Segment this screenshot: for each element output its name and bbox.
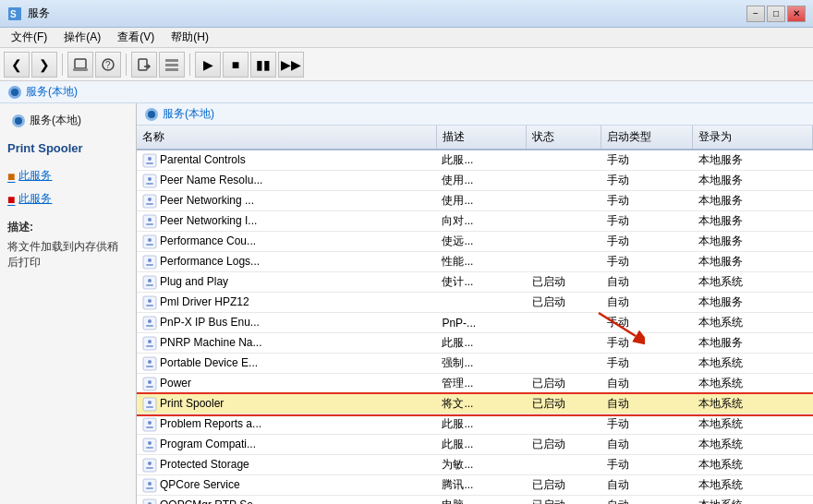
menu-bar: 文件(F) 操作(A) 查看(V) 帮助(H) (0, 28, 813, 48)
service-startup-cell: 自动 (601, 496, 693, 505)
service-desc-cell: 此服... (436, 435, 526, 455)
menu-file[interactable]: 文件(F) (4, 28, 55, 47)
services-table-container[interactable]: 名称 描述 状态 启动类型 登录为 Parental Controls此服...… (137, 126, 813, 504)
action-icon-2: ■ (7, 192, 15, 207)
svg-rect-51 (146, 366, 153, 367)
service-icon (142, 234, 157, 249)
toolbar: ❮ ❯ ? ▶ ■ ▮▮ ▶▶ (0, 48, 813, 81)
table-row[interactable]: Portable Device E...强制...手动本地系统 (137, 354, 813, 374)
right-panel: 服务(本地) 名称 描述 (137, 103, 813, 504)
nav-services-local[interactable]: 服务(本地) (7, 111, 128, 130)
export-button[interactable] (131, 52, 157, 78)
window-controls[interactable]: − □ ✕ (746, 6, 806, 22)
col-header-status[interactable]: 状态 (527, 126, 601, 150)
svg-point-41 (148, 299, 152, 303)
pause-button[interactable]: ▮▮ (250, 52, 276, 78)
toolbar-separator-1 (62, 54, 63, 76)
service-login-cell: 本地系统 (693, 394, 813, 414)
restart-button[interactable]: ▶▶ (278, 52, 304, 78)
svg-rect-21 (146, 162, 153, 164)
table-row[interactable]: Problem Reports a...此服...手动本地系统 (137, 414, 813, 435)
forward-button[interactable]: ❯ (31, 52, 57, 78)
play-button[interactable]: ▶ (195, 52, 221, 78)
col-header-login[interactable]: 登录为 (693, 126, 813, 150)
service-desc-cell: 使远... (436, 232, 526, 252)
toolbar-separator-3 (189, 54, 190, 76)
service-name-cell: Problem Reports a... (137, 414, 436, 435)
table-row[interactable]: Print Spooler将文...已启动自动本地系统 (137, 394, 813, 414)
service-status-cell: 已启动 (527, 272, 601, 293)
action-link-1[interactable]: ■ 此服务 (7, 166, 128, 186)
breadcrumb-text[interactable]: 服务(本地) (26, 84, 78, 100)
close-button[interactable]: ✕ (787, 6, 806, 22)
service-login-cell: 本地服务 (693, 293, 813, 313)
back-button[interactable]: ❮ (4, 52, 30, 78)
service-name-cell: QQPCMgr RTP Se... (137, 496, 436, 505)
service-icon (142, 397, 157, 412)
service-status-cell (527, 313, 601, 333)
table-row[interactable]: QQPCMgr RTP Se...电脑...已启动自动本地系统 (137, 496, 813, 505)
service-startup-cell: 手动 (601, 232, 693, 252)
svg-point-38 (148, 279, 152, 282)
service-icon (142, 194, 157, 209)
service-icon (142, 498, 157, 505)
svg-point-65 (148, 462, 152, 465)
table-row[interactable]: Peer Networking I...向对...手动本地服务 (137, 211, 813, 232)
panel-desc-title: 描述: (7, 220, 128, 235)
svg-rect-63 (146, 447, 153, 449)
service-status-cell (527, 171, 601, 191)
action-label-2: 此服务 (18, 191, 52, 207)
service-name-cell: Performance Logs... (137, 252, 436, 272)
service-status-cell (527, 150, 601, 171)
table-row[interactable]: Peer Name Resolu...使用...手动本地服务 (137, 171, 813, 191)
service-startup-cell: 手动 (601, 354, 693, 374)
service-desc-cell: 此服... (436, 414, 526, 435)
svg-point-14 (15, 117, 22, 125)
services-header-icon (144, 107, 159, 122)
service-name-cell: PNRP Machine Na... (137, 333, 436, 354)
menu-action[interactable]: 操作(A) (56, 28, 108, 47)
service-startup-cell: 自动 (601, 293, 693, 313)
service-startup-cell: 自动 (601, 374, 693, 394)
svg-point-56 (148, 401, 152, 404)
stop-button[interactable]: ■ (223, 52, 249, 78)
table-row[interactable]: Performance Logs...性能...手动本地服务 (137, 252, 813, 272)
table-row[interactable]: Program Compati...此服...已启动自动本地系统 (137, 435, 813, 455)
menu-help[interactable]: 帮助(H) (164, 28, 216, 47)
show-button[interactable]: ? (95, 52, 121, 78)
svg-text:?: ? (105, 60, 111, 70)
list-button[interactable] (159, 52, 185, 78)
svg-rect-36 (146, 264, 153, 266)
table-row[interactable]: PnP-X IP Bus Enu...PnP-...手动本地系统 (137, 313, 813, 333)
service-name-cell: Parental Controls (137, 150, 436, 171)
table-row[interactable]: Pml Driver HPZ12已启动自动本地服务 (137, 293, 813, 313)
table-row[interactable]: Performance Cou...使远...手动本地服务 (137, 232, 813, 252)
service-status-cell (527, 455, 601, 475)
service-name-cell: Plug and Play (137, 272, 436, 293)
panel-desc-text: 将文件加载到内存供稍后打印 (7, 239, 128, 270)
table-row[interactable]: Power管理...已启动自动本地系统 (137, 374, 813, 394)
table-row[interactable]: Protected Storage为敏...手动本地系统 (137, 455, 813, 475)
breadcrumb-icon (7, 85, 22, 100)
svg-rect-57 (146, 406, 153, 408)
nav-icon (11, 114, 26, 128)
action-link-2[interactable]: ■ 此服务 (7, 189, 128, 209)
col-header-desc[interactable]: 描述 (436, 126, 526, 150)
service-login-cell: 本地系统 (693, 455, 813, 475)
col-header-startup[interactable]: 启动类型 (601, 126, 693, 150)
minimize-button[interactable]: − (746, 6, 765, 22)
service-icon (142, 458, 157, 473)
col-header-name[interactable]: 名称 (137, 126, 436, 150)
up-button[interactable] (67, 52, 93, 78)
table-row[interactable]: Parental Controls此服...手动本地服务 (137, 150, 813, 171)
service-icon (142, 356, 157, 371)
menu-view[interactable]: 查看(V) (110, 28, 162, 47)
service-icon (142, 174, 157, 188)
service-desc-cell: 电脑... (436, 496, 526, 505)
table-row[interactable]: PNRP Machine Na...此服...手动本地服务 (137, 333, 813, 354)
table-row[interactable]: QPCore Service腾讯...已启动自动本地系统 (137, 475, 813, 496)
main-layout: 服务(本地) Print Spooler ■ 此服务 ■ 此服务 描述: 将文件… (0, 103, 813, 504)
table-row[interactable]: Plug and Play使计...已启动自动本地系统 (137, 272, 813, 293)
table-row[interactable]: Peer Networking ...使用...手动本地服务 (137, 191, 813, 211)
maximize-button[interactable]: □ (767, 6, 785, 22)
